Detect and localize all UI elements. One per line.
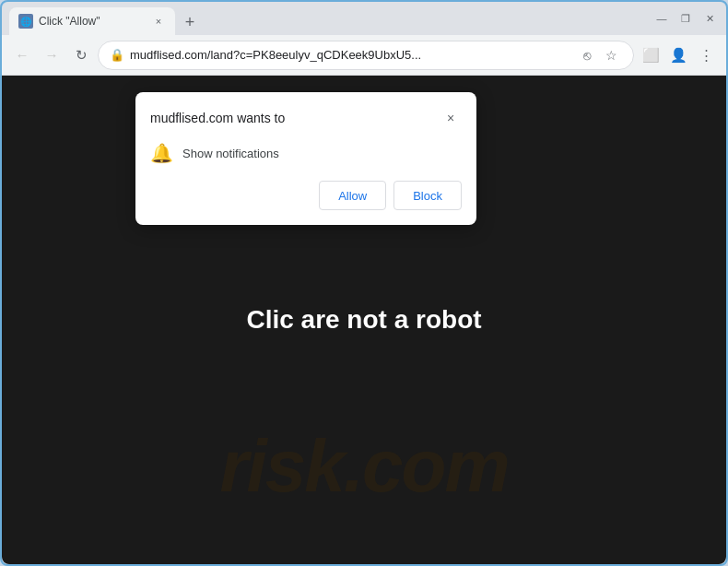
dialog-buttons: Allow Block xyxy=(150,181,462,210)
menu-button[interactable]: ⋮ xyxy=(693,42,719,68)
window-controls: — ❐ ✕ xyxy=(652,9,719,28)
active-tab[interactable]: 🌐 Click "Allow" × xyxy=(9,7,175,35)
bell-icon: 🔔 xyxy=(150,142,173,164)
dialog-title: mudflised.com wants to xyxy=(150,111,285,125)
dialog-overlay: mudflised.com wants to × 🔔 Show notifica… xyxy=(2,76,726,564)
minimize-button[interactable]: — xyxy=(652,9,671,28)
toolbar-extras: ⬜ 👤 ⋮ xyxy=(638,42,719,68)
tab-strip: 🌐 Click "Allow" × + xyxy=(9,2,641,35)
title-bar: 🌐 Click "Allow" × + — ❐ ✕ xyxy=(2,2,726,35)
page-content: Clic are not a robot risk.com mudflised.… xyxy=(2,76,726,564)
notification-row: 🔔 Show notifications xyxy=(150,142,462,164)
notification-dialog: mudflised.com wants to × 🔔 Show notifica… xyxy=(135,92,476,225)
address-icons: ⎋ ☆ xyxy=(576,44,622,66)
new-tab-button[interactable]: + xyxy=(177,9,203,35)
profile-button[interactable]: 👤 xyxy=(665,42,691,68)
toolbar: ← → ↻ 🔒 mudflised.com/land?c=PK8eeulyv_q… xyxy=(2,35,726,76)
reload-button[interactable]: ↻ xyxy=(68,42,94,68)
back-button[interactable]: ← xyxy=(9,42,35,68)
dialog-close-button[interactable]: × xyxy=(440,107,462,129)
maximize-button[interactable]: ❐ xyxy=(676,9,695,28)
allow-button[interactable]: Allow xyxy=(319,181,386,210)
forward-button[interactable]: → xyxy=(39,42,65,68)
split-button[interactable]: ⬜ xyxy=(638,42,663,68)
address-bar[interactable]: 🔒 mudflised.com/land?c=PK8eeulyv_qCDKeek… xyxy=(98,41,634,70)
dialog-header: mudflised.com wants to × xyxy=(150,107,462,129)
tab-title: Click "Allow" xyxy=(39,15,146,28)
tab-close-button[interactable]: × xyxy=(151,14,166,29)
tab-favicon: 🌐 xyxy=(18,14,33,29)
notification-label: Show notifications xyxy=(182,147,279,160)
block-button[interactable]: Block xyxy=(393,181,462,210)
share-icon[interactable]: ⎋ xyxy=(576,44,598,66)
lock-icon: 🔒 xyxy=(110,48,124,62)
address-text: mudflised.com/land?c=PK8eeulyv_qCDKeek9U… xyxy=(130,48,570,62)
close-button[interactable]: ✕ xyxy=(700,9,719,28)
bookmark-icon[interactable]: ☆ xyxy=(600,44,622,66)
browser-window: 🌐 Click "Allow" × + — ❐ ✕ ← → ↻ 🔒 mudfli… xyxy=(2,2,726,564)
